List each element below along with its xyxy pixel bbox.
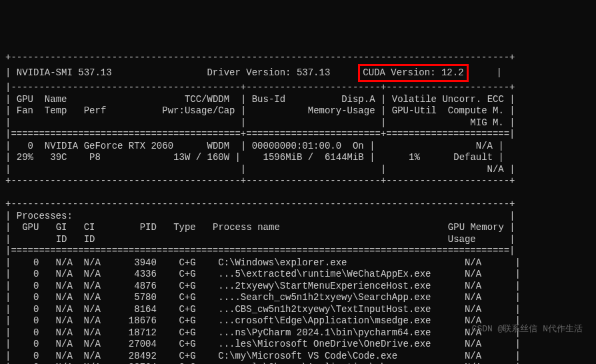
- gpu-row-3: | | | N/A |: [5, 164, 515, 175]
- separator: |---------------------------------------…: [5, 82, 515, 93]
- watermark: CSDN @联系丝信 N代作生活: [472, 324, 583, 335]
- cuda-version: CUDA Version: 12.2: [363, 67, 463, 78]
- process-row: | 0 N/A N/A 3940 C+G C:\Windows\explorer…: [5, 257, 521, 268]
- proc-header-2: | ID ID Usage |: [5, 234, 515, 245]
- terminal-output: +---------------------------------------…: [5, 52, 591, 364]
- col-header-2: | Fan Temp Perf Pwr:Usage/Cap | Memory-U…: [5, 105, 515, 116]
- proc-header-1: | GPU GI CI PID Type Process name GPU Me…: [5, 222, 515, 233]
- process-row: | 0 N/A N/A 27004 C+G ...les\Microsoft O…: [5, 339, 521, 349]
- process-rows: | 0 N/A N/A 3940 C+G C:\Windows\explorer…: [5, 257, 591, 365]
- process-row: | 0 N/A N/A 4336 C+G ...5\extracted\runt…: [5, 269, 521, 279]
- process-row: | 0 N/A N/A 8164 C+G ...CBS_cw5n1h2txyew…: [5, 304, 521, 315]
- process-row: | 0 N/A N/A 28492 C+G C:\my\Microsoft VS…: [5, 351, 521, 361]
- separator: +---------------------------------------…: [5, 175, 515, 186]
- col-header-1: | GPU Name TCC/WDDM | Bus-Id Disp.A | Vo…: [5, 94, 515, 105]
- process-row: | 0 N/A N/A 4876 C+G ...2txyewy\StartMen…: [5, 281, 521, 291]
- blank: [5, 187, 504, 198]
- separator: |=======================================…: [5, 129, 515, 139]
- col-header-3: | | | MIG M. |: [5, 117, 515, 128]
- border-top: +---------------------------------------…: [5, 52, 515, 63]
- process-row: | 0 N/A N/A 5780 C+G ....Search_cw5n1h2t…: [5, 292, 521, 303]
- gpu-row-1: | 0 NVIDIA GeForce RTX 2060 WDDM | 00000…: [5, 141, 504, 151]
- processes-title: | Processes: |: [5, 211, 515, 221]
- nvidia-smi-version: NVIDIA-SMI 537.13: [17, 67, 112, 78]
- header-row: | NVIDIA-SMI 537.13 Driver Version: 537.…: [5, 67, 502, 78]
- process-row: | 0 N/A N/A 18676 C+G ...crosoft\Edge\Ap…: [5, 315, 521, 326]
- process-row: | 0 N/A N/A 18712 C+G ...ns\PyCharm 2024…: [5, 327, 521, 338]
- separator: |=======================================…: [5, 245, 515, 256]
- gpu-row-2: | 29% 39C P8 13W / 160W | 1596MiB / 6144…: [5, 152, 504, 163]
- driver-version: Driver Version: 537.13: [207, 67, 330, 78]
- border-top: +---------------------------------------…: [5, 199, 515, 209]
- cuda-version-highlight: CUDA Version: 12.2: [358, 64, 468, 83]
